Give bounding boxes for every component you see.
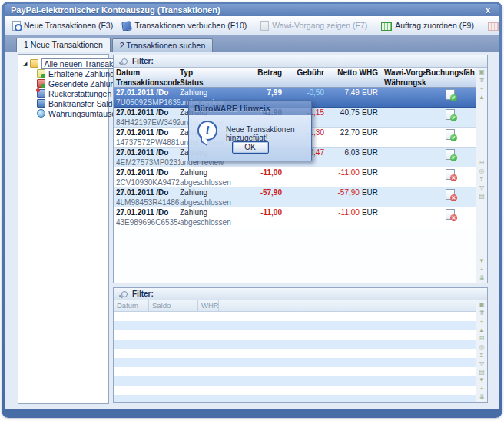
- tree-item-label: Währungsumtausch: [48, 109, 120, 118]
- strip-group-middle: ⊞◎Σ▽▤: [479, 336, 485, 376]
- filter-icon[interactable]: ▽: [479, 361, 484, 367]
- scroll-down-icon[interactable]: ▼: [479, 258, 485, 264]
- add-icon[interactable]: +: [480, 386, 484, 392]
- close-button[interactable]: x: [482, 5, 493, 15]
- search-icon[interactable]: ◎: [479, 168, 485, 174]
- row-currency: EUR: [362, 148, 378, 157]
- row-fee: [282, 167, 324, 187]
- tree-item-rueckerstattungen[interactable]: Rückerstattungen: [18, 88, 108, 98]
- scroll-up-icon[interactable]: ▲: [479, 327, 485, 333]
- transaction-row[interactable]: 27.01.2011 /Do 4LM98453R41486714 Zahlung…: [114, 187, 476, 207]
- saldo-header-row: Datum Saldo WHR: [114, 300, 476, 312]
- row-date: 27.01.2011 /Do: [116, 88, 180, 98]
- export-icon[interactable]: ▤: [479, 194, 485, 200]
- category-tree: ◢ Alle neuen Transaktionen Erhaltene Zah…: [18, 54, 109, 404]
- filter-magnifier-icon: [121, 291, 128, 297]
- post-transactions-button[interactable]: Transaktionen verbuchen (F10): [118, 19, 251, 32]
- tree-expander-icon[interactable]: ◢: [23, 61, 27, 67]
- row-date: 27.01.2011 /Do: [116, 148, 180, 157]
- tree-item-gesendete-zahlungen[interactable]: Gesendete Zahlungen: [18, 78, 108, 88]
- post-transactions-icon: [121, 21, 132, 31]
- row-transaction-code: 14737572PW488130C: [116, 138, 180, 147]
- assign-order-button[interactable]: Auftrag zuordnen (F9): [376, 19, 479, 32]
- copy-icon[interactable]: ▣: [479, 69, 485, 75]
- row-net-amount: 6,03: [344, 148, 359, 157]
- grid-view-icon[interactable]: ⊞: [479, 160, 485, 166]
- row-status: abgeschlossen: [180, 177, 247, 187]
- hint-dialog: BüroWARE Hinweis i Neue Transaktionen hi…: [188, 100, 312, 161]
- saldo-filter-bar: Filter:: [114, 288, 487, 300]
- export-icon[interactable]: ▤: [479, 370, 485, 376]
- grid-view-icon[interactable]: ⊞: [479, 336, 485, 342]
- tree-item-alle-neuen-transaktionen[interactable]: ◢ Alle neuen Transaktionen: [18, 58, 108, 68]
- new-transactions-button[interactable]: Neue Transaktionen (F3): [8, 19, 118, 32]
- row-transaction-code: 84H42197EW349273P: [116, 118, 180, 127]
- tab-transaktionen-suchen[interactable]: 2 Transaktionen suchen: [112, 38, 214, 52]
- row-date: 27.01.2011 /Do: [116, 167, 180, 177]
- row-net-amount: -11,00: [338, 208, 360, 217]
- copy-icon[interactable]: ▣: [479, 302, 485, 308]
- bookable-badge-icon: [450, 174, 457, 181]
- filter-label: Filter:: [132, 57, 154, 65]
- row-date: 27.01.2011 /Do: [116, 108, 180, 118]
- bookable-status-icon: [446, 89, 455, 100]
- header-typ: Typ: [180, 68, 247, 78]
- scroll-top-icon[interactable]: ⇈: [479, 310, 485, 317]
- app-window: PayPal-elektronischer Kontoauszug (Trans…: [2, 2, 502, 418]
- add-row-icon[interactable]: +: [480, 86, 484, 92]
- bookable-badge-icon: [450, 134, 457, 141]
- scroll-down-icon[interactable]: ▼: [479, 377, 485, 383]
- row-date: 27.01.2011 /Do: [116, 207, 180, 217]
- add-row-icon[interactable]: +: [480, 319, 484, 325]
- window-inner: PayPal-elektronischer Kontoauszug (Trans…: [5, 4, 499, 409]
- tab-neue-transaktionen[interactable]: 1 Neue Transaktionen: [16, 38, 111, 52]
- row-date: 27.01.2011 /Do: [116, 128, 180, 138]
- scroll-up-icon[interactable]: ▲: [479, 94, 485, 101]
- window-title: PayPal-elektronischer Kontoauszug (Trans…: [11, 5, 220, 15]
- folder-icon: [30, 59, 38, 68]
- sum-icon[interactable]: Σ: [480, 177, 484, 183]
- row-wawi: [378, 88, 426, 107]
- bookable-badge-icon: [450, 114, 457, 121]
- sum-icon[interactable]: Σ: [480, 353, 484, 359]
- currency-exchange-icon: [37, 109, 45, 118]
- add-icon[interactable]: +: [480, 267, 484, 273]
- scroll-bottom-icon[interactable]: ⇊: [479, 394, 485, 400]
- header-netto-whg: Netto WHG: [324, 68, 378, 87]
- bank-transfer-icon: [37, 99, 45, 108]
- row-type: Zahlung: [180, 207, 247, 217]
- dialog-title-bar[interactable]: BüroWARE Hinweis: [189, 101, 311, 115]
- tree-item-erhaltene-zahlungen[interactable]: Erhaltene Zahlungen: [18, 68, 108, 78]
- transaction-row[interactable]: 27.01.2011 /Do 2CV10930KA9472237 Zahlung…: [114, 167, 476, 187]
- row-wawi: [378, 128, 426, 147]
- transactions-filter-bar: Filter:: [114, 55, 487, 68]
- tree-item-banktransfer-saldo[interactable]: Banktransfer Saldo: [18, 98, 108, 108]
- transactions-side-strip: ▣⇈+▲⊞◎Σ▽▤▼+⇊: [476, 68, 487, 283]
- show-wawi-process-label: Wawi-Vorgang zeigen (F7): [272, 21, 367, 30]
- row-net-amount: 40,75: [340, 108, 360, 117]
- filter-icon[interactable]: ▽: [479, 185, 484, 191]
- transactions-empty-area: [114, 227, 476, 283]
- header-waehrungskurs: Währungskurs: [384, 78, 426, 87]
- row-fee: [282, 187, 324, 207]
- header-whr: WHR: [198, 300, 219, 311]
- dialog-body: i Neue Transaktionen hinzugefügt! OK: [189, 115, 311, 161]
- row-transaction-code: 4LM98453R41486714: [116, 197, 180, 207]
- transaction-row[interactable]: 27.01.2011 /Do 43E989696C6535442 Zahlung…: [114, 207, 476, 227]
- delete-assignment-button: Löschen Zuordnung Auftrag (F4): [483, 19, 499, 32]
- row-type: Zahlung: [180, 187, 247, 197]
- search-icon[interactable]: ◎: [479, 344, 485, 350]
- scroll-top-icon[interactable]: ⇈: [479, 78, 485, 84]
- row-type: Zahlung: [180, 167, 247, 177]
- strip-group-bottom: ▼+⇊: [479, 377, 485, 400]
- title-bar: PayPal-elektronischer Kontoauszug (Trans…: [5, 4, 499, 16]
- ok-button[interactable]: OK: [232, 141, 269, 154]
- new-transactions-label: Neue Transaktionen (F3): [24, 21, 113, 30]
- assign-order-label: Auftrag zuordnen (F9): [395, 21, 474, 30]
- tree-item-waehrungsumtausch[interactable]: Währungsumtausch: [18, 108, 108, 118]
- header-datum: Datum: [114, 300, 149, 311]
- bookable-status-icon: [446, 109, 455, 120]
- bookable-badge-icon: [450, 94, 457, 101]
- filter-label: Filter:: [132, 290, 154, 298]
- scroll-bottom-icon[interactable]: ⇊: [479, 275, 485, 281]
